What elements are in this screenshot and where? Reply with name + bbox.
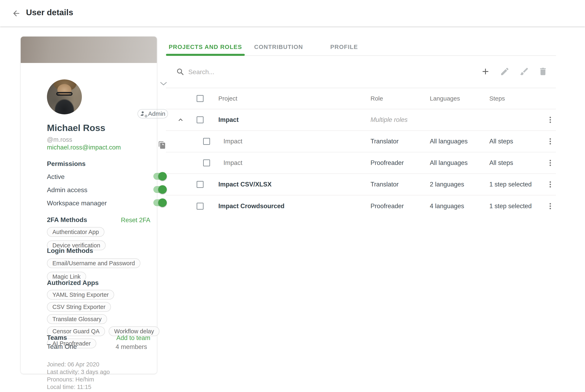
add-icon[interactable] <box>480 66 490 76</box>
table-row-impact-csv-xlsx: Impact CSV/XLSX Translator 2 languages 1… <box>166 174 556 196</box>
user-handle: @m.ross <box>47 136 72 144</box>
project-name: Impact <box>224 159 242 166</box>
profile-banner <box>21 36 157 63</box>
chip-email-password: Email/Username and Password <box>47 258 140 268</box>
languages-value: 2 languages <box>430 181 464 188</box>
team-member-count: 4 members <box>116 343 147 350</box>
row-checkbox[interactable] <box>196 116 204 123</box>
projects-table: Project Role Languages Steps Impact Mult… <box>166 88 556 217</box>
table-row-impact-proofreader: Impact Proofreader All languages All ste… <box>166 152 556 174</box>
project-name: Impact CSV/XLSX <box>218 181 272 188</box>
role-value: Proofreader <box>370 159 404 166</box>
tab-projects-and-roles[interactable]: PROJECTS AND ROLES <box>166 38 245 56</box>
meta-joined: Joined: 06 Apr 2020 <box>47 361 116 368</box>
permissions-heading: Permissions <box>47 160 86 168</box>
row-menu-kebab-icon[interactable] <box>546 137 554 146</box>
tab-contribution[interactable]: CONTRIBUTION <box>245 38 312 56</box>
add-to-team-link[interactable]: Add to team <box>116 334 150 342</box>
app-bar: User details <box>0 0 585 26</box>
project-name: Impact Crowdsourced <box>218 202 284 210</box>
login-methods-heading: Login Methods <box>47 247 93 254</box>
collapse-chevron-up-icon[interactable] <box>176 116 185 124</box>
twofa-chips: Authenticator App Device verification <box>47 227 161 250</box>
avatar-glasses <box>56 92 72 96</box>
admin-person-gear-icon: ⚙ <box>140 111 146 117</box>
search-toolbar <box>166 61 556 88</box>
role-value: Translator <box>370 138 398 145</box>
row-checkbox[interactable] <box>196 203 204 210</box>
copy-icon[interactable] <box>158 140 166 150</box>
delete-icon[interactable] <box>538 66 548 76</box>
row-checkbox[interactable] <box>203 160 210 166</box>
toggle-admin-access[interactable] <box>153 185 167 194</box>
gear-glyph: ⚙ <box>144 114 148 118</box>
row-checkbox[interactable] <box>203 138 210 145</box>
meta-pronouns: Pronouns: He/him <box>47 376 116 383</box>
steps-value: 1 step selected <box>489 181 532 188</box>
chip-translate-glossary: Translate Glossary <box>47 314 107 324</box>
user-card: ⚙ Admin Michael Ross @m.ross michael.ros… <box>21 36 157 374</box>
languages-value: All languages <box>430 159 468 166</box>
table-row-impact-crowdsourced: Impact Crowdsourced Proofreader 4 langua… <box>166 196 556 217</box>
table-row-impact-translator: Impact Translator All languages All step… <box>166 131 556 152</box>
chip-csv-string-exporter: CSV String Exporter <box>47 302 111 312</box>
row-menu-kebab-icon[interactable] <box>546 115 554 124</box>
project-name: Impact <box>224 138 242 145</box>
toggle-active[interactable] <box>153 172 167 181</box>
row-checkbox[interactable] <box>196 181 204 188</box>
role-value: Translator <box>370 181 398 188</box>
search-input[interactable] <box>188 66 452 77</box>
row-menu-kebab-icon[interactable] <box>546 202 554 210</box>
user-email-link[interactable]: michael.ross@impact.com <box>47 144 121 151</box>
toggle-label-workspace-manager: Workspace manager <box>47 200 107 207</box>
meta-local-time: Local time: 11:15 <box>47 383 116 391</box>
toggle-label-admin-access: Admin access <box>47 186 87 194</box>
meta-access-tokens: Personal access tokens: 1 <box>47 391 116 392</box>
avatar <box>47 80 82 114</box>
row-menu-kebab-icon[interactable] <box>546 180 554 189</box>
reset-2fa-link[interactable]: Reset 2FA <box>121 216 150 224</box>
languages-value: All languages <box>430 138 468 145</box>
column-header-role: Role <box>370 95 383 102</box>
row-menu-kebab-icon[interactable] <box>546 158 554 167</box>
user-details-screen: User details ⚙ Admin Michael Ross @m.ros… <box>0 0 585 392</box>
table-row-impact-parent: Impact Multiple roles <box>166 109 556 131</box>
chip-yaml-string-exporter: YAML String Exporter <box>47 290 114 300</box>
toggle-workspace-manager[interactable] <box>153 198 167 207</box>
column-header-project: Project <box>218 95 237 102</box>
steps-value: All steps <box>489 138 513 145</box>
active-tab-indicator <box>166 54 245 56</box>
admin-badge-label: Admin <box>148 110 165 117</box>
clear-translations-brush-icon[interactable] <box>520 66 529 76</box>
column-header-languages: Languages <box>430 95 460 102</box>
authorized-apps-heading: Authorized Apps <box>47 279 99 286</box>
edit-icon[interactable] <box>500 66 510 76</box>
toggle-label-active: Active <box>47 173 64 180</box>
table-header-row: Project Role Languages Steps <box>166 88 556 109</box>
page-title: User details <box>26 8 73 17</box>
role-value: Proofreader <box>370 202 404 210</box>
role-value: Multiple roles <box>370 116 408 124</box>
tab-profile[interactable]: PROFILE <box>312 38 376 56</box>
select-all-checkbox[interactable] <box>196 95 204 102</box>
steps-value: 1 step selected <box>489 202 532 210</box>
admin-role-badge: ⚙ Admin <box>138 109 168 118</box>
login-method-chips: Email/Username and Password Magic Link <box>47 258 161 282</box>
meta-last-activity: Last activity: 3 days ago <box>47 368 116 376</box>
column-header-steps: Steps <box>489 95 505 102</box>
project-name: Impact <box>218 116 239 124</box>
user-name: Michael Ross <box>47 123 106 133</box>
team-name[interactable]: Team One <box>47 343 77 350</box>
teams-heading: Teams <box>47 334 67 342</box>
languages-value: 4 languages <box>430 202 464 210</box>
twofa-heading: 2FA Methods <box>47 216 87 224</box>
steps-value: All steps <box>489 159 513 166</box>
user-meta-list: Joined: 06 Apr 2020 Last activity: 3 day… <box>47 361 116 392</box>
back-arrow-icon[interactable] <box>12 9 21 18</box>
chip-authenticator-app: Authenticator App <box>47 227 104 237</box>
search-icon <box>176 68 184 76</box>
